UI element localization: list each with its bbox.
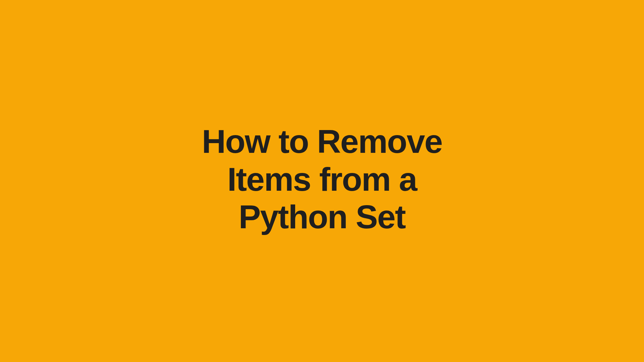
- page-title: How to Remove Items from a Python Set: [202, 123, 442, 236]
